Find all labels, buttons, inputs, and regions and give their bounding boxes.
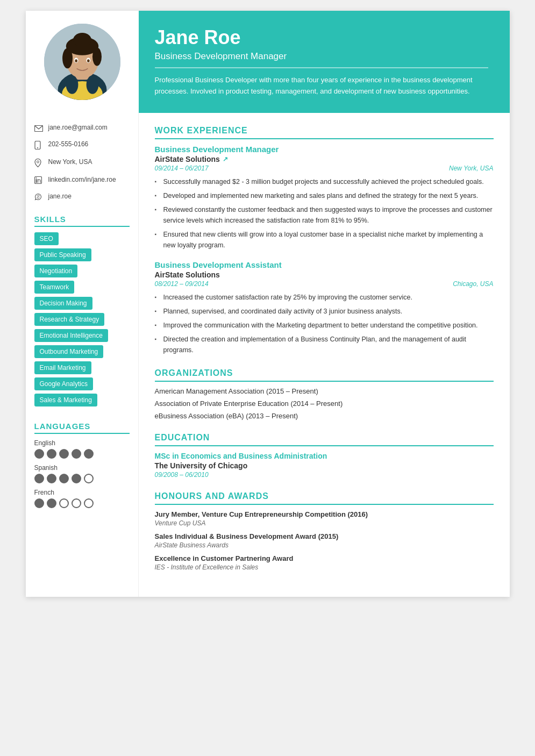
skill-tag: SEO	[34, 232, 59, 245]
languages-section: LANGUAGES EnglishSpanishFrench	[34, 422, 130, 508]
svg-point-13	[66, 76, 78, 94]
language-dot	[47, 498, 56, 508]
resume: Jane Roe Business Development Manager Pr…	[26, 11, 510, 597]
skill-tag: Research & Strategy	[34, 313, 105, 326]
svg-point-10	[75, 59, 77, 62]
header-info: Jane Roe Business Development Manager Pr…	[139, 11, 504, 113]
skype-icon	[34, 193, 44, 203]
svg-point-6	[92, 47, 101, 66]
language-dot	[47, 449, 56, 459]
email-value: jane.roe@gmail.com	[48, 124, 108, 131]
organizations-title: ORGANIZATIONS	[155, 368, 494, 382]
language-dot	[84, 449, 94, 459]
job-location: New York, USA	[449, 165, 493, 172]
avatar	[42, 22, 123, 102]
language-dot	[72, 449, 81, 459]
sidebar: jane.roe@gmail.com 202-555-0166	[26, 113, 139, 597]
svg-point-17	[37, 147, 38, 148]
language-name: French	[34, 489, 130, 496]
phone-value: 202-555-0166	[48, 140, 89, 148]
svg-point-11	[87, 59, 89, 62]
job-bullet: Planned, supervised, and coordinated dai…	[155, 306, 494, 317]
contact-section: jane.roe@gmail.com 202-555-0166	[34, 124, 130, 203]
language-name: English	[34, 439, 130, 447]
skill-tag: Sales & Marketing	[34, 394, 97, 406]
award-org: AirState Business Awards	[155, 541, 494, 549]
skill-tag: Google Analytics	[34, 377, 93, 390]
language-dot	[59, 498, 69, 508]
job-meta: 08/2012 – 09/2014Chicago, USA	[155, 280, 494, 288]
job-bullet: Improved the communication with the Mark…	[155, 320, 494, 331]
language-dot	[72, 474, 81, 483]
skype-contact: jane.roe	[34, 192, 130, 203]
language-item: English	[34, 439, 130, 459]
photo-area	[26, 11, 139, 113]
language-dot	[34, 474, 44, 483]
skills-section: SKILLS SEOPublic SpeakingNegotiationTeam…	[34, 215, 130, 410]
header: Jane Roe Business Development Manager Pr…	[26, 11, 510, 113]
language-dots	[34, 449, 130, 459]
language-dot	[72, 498, 81, 508]
language-dot	[59, 474, 69, 483]
language-dot	[34, 498, 44, 508]
candidate-bio: Professional Business Developer with mor…	[155, 75, 488, 97]
job-bullets: Successfully managed $2 - 3 million budg…	[155, 176, 494, 251]
job-location: Chicago, USA	[453, 280, 493, 288]
language-dots	[34, 498, 130, 508]
phone-contact: 202-555-0166	[34, 140, 130, 152]
job-company: AirState Solutions↗	[155, 155, 494, 163]
language-dots	[34, 474, 130, 483]
language-dot	[47, 474, 56, 483]
location-contact: New York, USA	[34, 158, 130, 169]
location-value: New York, USA	[48, 158, 92, 166]
honours-section: HONOURS AND AWARDS Jury Member, Venture …	[155, 491, 494, 571]
job-meta: 09/2014 – 06/2017New York, USA	[155, 165, 494, 172]
award-title: Sales Individual & Business Development …	[155, 532, 494, 540]
skill-tag: Decision Making	[34, 297, 92, 310]
external-link-icon[interactable]: ↗	[223, 155, 228, 163]
svg-point-21	[35, 177, 37, 179]
linkedin-contact: linkedin.com/in/jane.roe	[34, 176, 130, 186]
honours-list: Jury Member, Venture Cup Entrepreneurshi…	[155, 510, 494, 571]
skill-tag: Outbound Marketing	[34, 345, 104, 358]
skill-tag: Email Marketing	[34, 361, 91, 374]
job-bullet: Reviewed constantly the customer feedbac…	[155, 204, 494, 226]
skills-list: SEOPublic SpeakingNegotiationTeamworkDec…	[34, 232, 130, 410]
job-dates: 08/2012 – 09/2014	[155, 280, 209, 288]
jobs-list: Business Development ManagerAirState Sol…	[155, 145, 494, 355]
job-company: AirState Solutions	[155, 270, 494, 279]
education-title: EDUCATION	[155, 433, 494, 446]
job-bullet: Successfully managed $2 - 3 million budg…	[155, 176, 494, 187]
language-dot	[59, 449, 69, 459]
job-bullets: Increased the customer satisfaction rate…	[155, 292, 494, 355]
email-icon	[34, 124, 44, 134]
linkedin-icon	[34, 176, 44, 186]
location-icon	[34, 159, 44, 169]
edu-dates: 09/2008 – 06/2010	[155, 471, 494, 479]
skills-title: SKILLS	[34, 215, 130, 227]
language-item: Spanish	[34, 464, 130, 483]
skype-value: jane.roe	[48, 192, 72, 200]
edu-school: The University of Chicago	[155, 461, 494, 470]
language-item: French	[34, 489, 130, 508]
org-item: eBusiness Association (eBA) (2013 – Pres…	[155, 412, 494, 420]
edu-degree: MSc in Economics and Business Administra…	[155, 452, 494, 460]
svg-point-5	[62, 48, 73, 68]
job-bullet: Ensured that new clients will grow into …	[155, 229, 494, 251]
education-section: EDUCATION MSc in Economics and Business …	[155, 433, 494, 479]
languages-list: EnglishSpanishFrench	[34, 439, 130, 508]
svg-point-14	[86, 76, 98, 94]
work-experience-title: WORK EXPERIENCE	[155, 126, 494, 139]
skill-tag: Emotional Intelligence	[34, 329, 108, 342]
job-bullet: Directed the creation and implementation…	[155, 334, 494, 355]
job-bullet: Increased the customer satisfaction rate…	[155, 292, 494, 303]
linkedin-value: linkedin.com/in/jane.roe	[48, 176, 116, 183]
svg-point-7	[73, 33, 91, 47]
skill-tag: Public Speaking	[34, 248, 91, 261]
candidate-title: Business Development Manager	[155, 51, 488, 68]
work-experience-section: WORK EXPERIENCE Business Development Man…	[155, 126, 494, 355]
award-title: Excellence in Customer Partnering Award	[155, 554, 494, 562]
languages-title: LANGUAGES	[34, 422, 130, 434]
job-title: Business Development Assistant	[155, 260, 494, 269]
org-item: American Management Association (2015 – …	[155, 387, 494, 395]
